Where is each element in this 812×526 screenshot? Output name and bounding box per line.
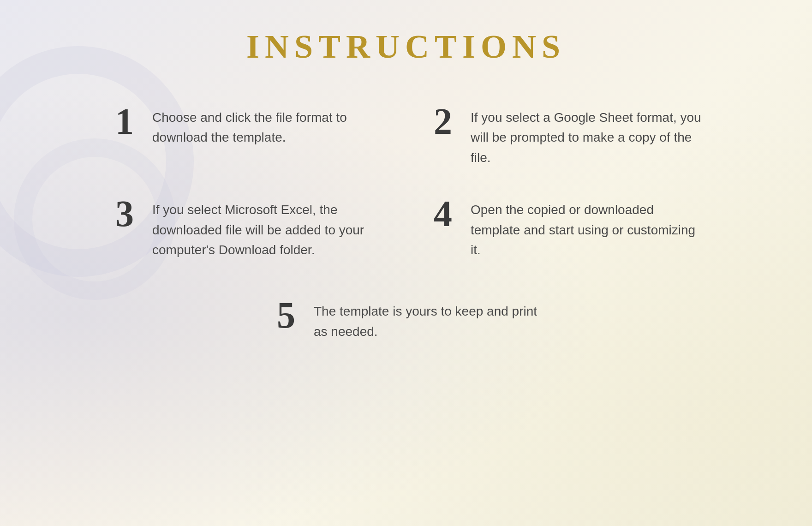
step-3-item: 3 If you select Microsoft Excel, the dow… (106, 186, 388, 269)
step-1-number: 1 (111, 103, 138, 140)
step-2-number: 2 (429, 103, 457, 140)
step-2-text: If you select a Google Sheet format, you… (471, 103, 701, 167)
step-1-item: 1 Choose and click the file format to do… (106, 94, 388, 177)
step-5-item: 5 The template is yours to keep and prin… (268, 287, 544, 351)
step-4-text: Open the copied or downloaded template a… (471, 195, 701, 260)
instructions-grid: 1 Choose and click the file format to do… (106, 94, 706, 351)
page-container: INSTRUCTIONS 1 Choose and click the file… (0, 0, 812, 526)
step-4-number: 4 (429, 195, 457, 232)
step-3-text: If you select Microsoft Excel, the downl… (152, 195, 383, 260)
step-2-item: 2 If you select a Google Sheet format, y… (424, 94, 706, 177)
step-1-text: Choose and click the file format to down… (152, 103, 383, 148)
page-title: INSTRUCTIONS (246, 28, 566, 66)
step-5-text: The template is yours to keep and print … (314, 297, 540, 341)
step-5-container: 5 The template is yours to keep and prin… (106, 287, 706, 351)
step-3-number: 3 (111, 195, 138, 232)
step-4-item: 4 Open the copied or downloaded template… (424, 186, 706, 269)
step-5-number: 5 (272, 297, 300, 334)
